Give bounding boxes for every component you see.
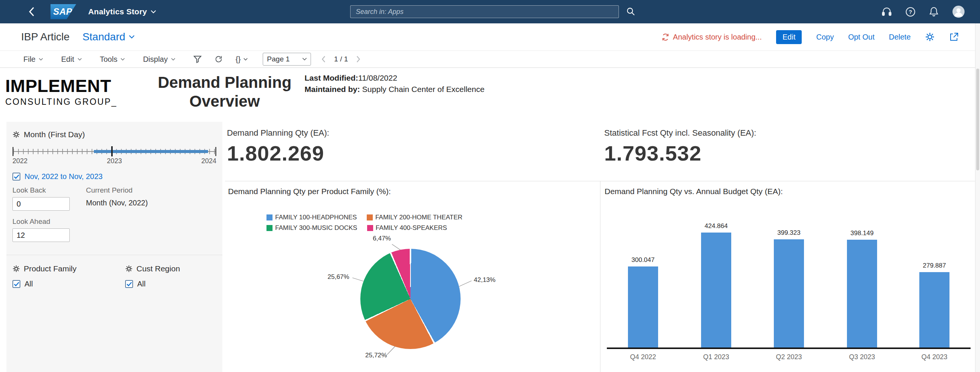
- chevron-down-icon: [171, 58, 175, 61]
- look-back-grid: Look Back Look Ahead Current Period Mont…: [13, 186, 216, 242]
- bar-group: 399.323: [774, 229, 804, 348]
- bar[interactable]: [701, 232, 731, 348]
- modified-info: Last Modified:11/08/2022 Maintained by: …: [305, 72, 484, 95]
- pie-chart[interactable]: [360, 249, 461, 349]
- menu-file[interactable]: File: [23, 55, 43, 64]
- menu-display-label: Display: [143, 55, 168, 64]
- profile-button[interactable]: [952, 5, 965, 18]
- legend-label: FAMILY 400-SPEAKERS: [376, 224, 447, 232]
- pie-legend: FAMILY 100-HEADPHONES FAMILY 200-HOME TH…: [266, 214, 560, 232]
- x-axis-label: Q3 2023: [836, 353, 888, 361]
- script-menu[interactable]: {}: [235, 55, 248, 64]
- legend-label: FAMILY 100-HEADPHONES: [275, 214, 357, 221]
- variant-label: Standard: [83, 31, 126, 43]
- support-button[interactable]: [881, 7, 892, 17]
- pie-slice-label: 25,67%: [328, 273, 349, 281]
- notifications-button[interactable]: [929, 7, 939, 17]
- filter-button[interactable]: [193, 55, 202, 63]
- slider-tick-2024: 2024: [201, 157, 216, 165]
- product-family-all-row[interactable]: All: [13, 280, 125, 288]
- maintained-by-value: Supply Chain Center of Excellence: [362, 85, 485, 94]
- implement-logo-line2: CONSULTING GROUP_: [5, 97, 117, 107]
- legend-item[interactable]: FAMILY 300-MUSIC DOCKS: [266, 224, 357, 232]
- menu-tools[interactable]: Tools: [100, 55, 125, 64]
- legend-item[interactable]: FAMILY 200-HOME THEATER: [367, 214, 463, 221]
- share-button[interactable]: [949, 32, 959, 42]
- sap-logo-text: SAP: [53, 6, 72, 17]
- implement-logo: IMPLEMENT CONSULTING GROUP_: [5, 77, 117, 107]
- legend-label: FAMILY 200-HOME THEATER: [375, 214, 463, 221]
- product-family-all-checkbox[interactable]: [13, 280, 21, 288]
- legend-swatch: [266, 215, 272, 221]
- chevron-right-icon: [356, 56, 360, 62]
- cust-region-label: Cust Region: [137, 264, 180, 273]
- search-icon: [627, 7, 635, 16]
- legend-item[interactable]: FAMILY 100-HEADPHONES: [266, 214, 357, 221]
- story-title: Demand Planning Overview: [149, 73, 300, 111]
- legend-item[interactable]: FAMILY 400-SPEAKERS: [367, 224, 447, 232]
- story-toolbar: File Edit Tools Display {} Page 1 1 / 1: [0, 51, 980, 68]
- last-modified-line: Last Modified:11/08/2022: [305, 72, 484, 84]
- bar[interactable]: [847, 240, 877, 348]
- slider-current-period-handle[interactable]: [111, 146, 113, 156]
- menu-edit[interactable]: Edit: [61, 55, 81, 64]
- month-range-label: Nov, 2022 to Nov, 2023: [24, 172, 102, 181]
- copy-button[interactable]: Copy: [816, 33, 834, 41]
- search-input[interactable]: [350, 5, 619, 18]
- menu-display[interactable]: Display: [143, 55, 175, 64]
- product-family-label: Product Family: [24, 264, 76, 273]
- dimension-filters: Product Family All Cust Region: [13, 264, 216, 288]
- month-range-checkbox-row[interactable]: Nov, 2022 to Nov, 2023: [13, 172, 216, 181]
- kpi-value: 1.802.269: [227, 141, 329, 165]
- refresh-button[interactable]: [215, 55, 223, 63]
- slider-year-labels: 2022 2023 2024: [13, 157, 216, 165]
- title-bar: IBP Article Standard Analytics story is …: [0, 23, 980, 51]
- cust-region-all-label: All: [137, 280, 145, 288]
- pager-next-button[interactable]: [356, 56, 360, 62]
- bar-value-label: 424.864: [705, 223, 727, 230]
- bar[interactable]: [628, 267, 658, 348]
- pager-prev-button[interactable]: [321, 56, 326, 62]
- month-range-slider[interactable]: 2022 2023 2024: [13, 144, 216, 166]
- export-icon: [949, 32, 959, 42]
- script-menu-label: {}: [235, 55, 240, 64]
- sap-logo: SAP: [51, 4, 76, 19]
- search-button[interactable]: [627, 7, 635, 17]
- month-filter-header: Month (First Day): [13, 130, 216, 139]
- input-control-icon: [125, 265, 133, 272]
- chevron-left-icon: [321, 56, 326, 62]
- vertical-scrollbar[interactable]: [975, 23, 980, 372]
- page-indicator: 1 / 1: [334, 55, 348, 63]
- slider-end-cap: [215, 147, 216, 156]
- sync-icon: [662, 33, 670, 41]
- delete-button[interactable]: Delete: [889, 33, 911, 41]
- input-control-icon: [13, 131, 20, 138]
- bar[interactable]: [774, 239, 804, 348]
- look-ahead-input[interactable]: [13, 228, 70, 242]
- look-back-input[interactable]: [13, 197, 70, 211]
- variant-selector[interactable]: Standard: [83, 31, 135, 43]
- chevron-down-icon: [39, 58, 43, 61]
- cust-region-all-row[interactable]: All: [125, 280, 216, 288]
- help-button[interactable]: ?: [905, 7, 916, 17]
- chevron-down-icon: [121, 58, 125, 61]
- x-axis-label: Q2 2023: [762, 353, 815, 361]
- settings-button[interactable]: [925, 32, 935, 42]
- bar-group: 300.047: [628, 256, 658, 348]
- funnel-icon: [193, 55, 202, 63]
- opt-out-button[interactable]: Opt Out: [848, 33, 875, 41]
- edit-button[interactable]: Edit: [776, 30, 802, 44]
- page-select[interactable]: Page 1: [263, 53, 311, 65]
- avatar-icon: [952, 5, 965, 18]
- bar-group: 279.887: [919, 262, 950, 348]
- month-range-checkbox[interactable]: [13, 173, 21, 181]
- back-button[interactable]: [29, 7, 35, 17]
- chevron-left-icon: [29, 7, 35, 17]
- app-title-menu[interactable]: Analytics Story: [88, 7, 156, 16]
- loading-message: Analytics story is loading...: [662, 33, 762, 41]
- bar-chart-section: Demand Planning Qty vs. Annual Budget Qt…: [600, 181, 975, 372]
- maintained-by-label: Maintained by:: [305, 85, 360, 94]
- cust-region-all-checkbox[interactable]: [125, 280, 133, 288]
- bar[interactable]: [919, 272, 950, 348]
- scrollbar-thumb[interactable]: [976, 68, 979, 170]
